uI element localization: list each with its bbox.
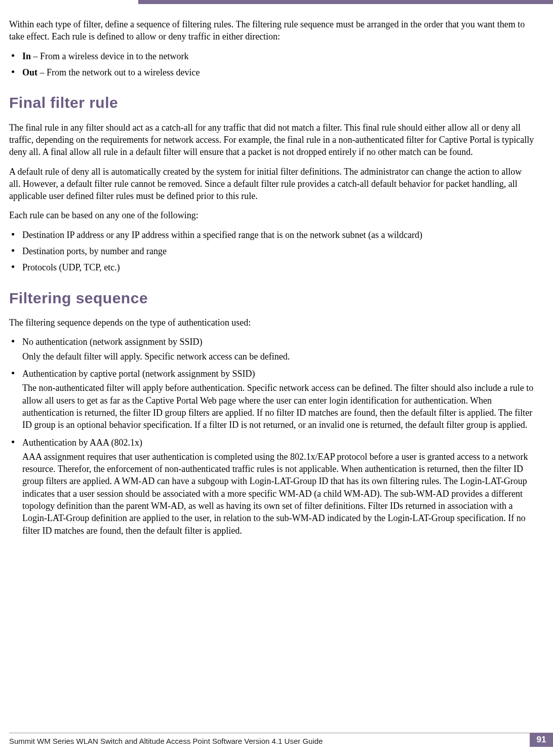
intro-paragraph: Within each type of filter, define a seq… (9, 18, 535, 43)
list-item: In – From a wireless device in to the ne… (9, 50, 535, 62)
body-paragraph: Each rule can be based on any one of the… (9, 209, 535, 221)
list-title: Authentication by AAA (802.1x) (22, 437, 142, 448)
list-item: Authentication by captive portal (networ… (9, 368, 535, 431)
list-item: Out – From the network out to a wireless… (9, 66, 535, 78)
rule-criteria-list: Destination IP address or any IP address… (9, 229, 535, 274)
auth-type-list: No authentication (network assignment by… (9, 336, 535, 536)
list-item: No authentication (network assignment by… (9, 336, 535, 363)
list-title: No authentication (network assignment by… (22, 337, 202, 347)
section-heading-filtering-sequence: Filtering sequence (9, 288, 535, 309)
list-bold: In (22, 51, 31, 61)
body-paragraph: A default rule of deny all is automatica… (9, 166, 535, 203)
page-content: Within each type of filter, define a seq… (9, 18, 544, 537)
footer-title: Summit WM Series WLAN Switch and Altitud… (9, 736, 530, 746)
list-item: Authentication by AAA (802.1x) AAA assig… (9, 436, 535, 537)
intro-list: In – From a wireless device in to the ne… (9, 50, 535, 79)
page-footer: Summit WM Series WLAN Switch and Altitud… (9, 733, 553, 747)
list-body: The non-authenticated filter will apply … (22, 382, 535, 431)
list-title: Authentication by captive portal (networ… (22, 369, 255, 379)
header-accent-bar (138, 0, 553, 4)
list-bold: Out (22, 67, 37, 77)
section-heading-final-filter: Final filter rule (9, 93, 535, 113)
list-text: – From a wireless device in to the netwo… (31, 51, 188, 61)
list-item: Destination ports, by number and range (9, 245, 535, 257)
list-text: – From the network out to a wireless dev… (37, 67, 200, 77)
page-number: 91 (530, 733, 553, 747)
body-paragraph: The final rule in any filter should act … (9, 122, 535, 158)
list-body: Only the default filter will apply. Spec… (22, 350, 535, 363)
list-item: Destination IP address or any IP address… (9, 229, 535, 241)
list-body: AAA assignment requires that user authen… (22, 451, 535, 537)
body-paragraph: The filtering sequence depends on the ty… (9, 316, 535, 329)
list-item: Protocols (UDP, TCP, etc.) (9, 261, 535, 273)
